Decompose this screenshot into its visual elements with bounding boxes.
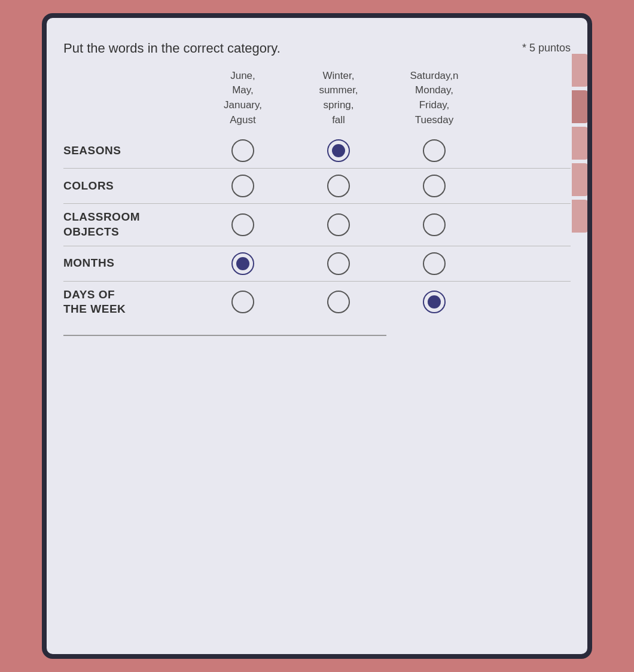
radio-btn-seasons-0[interactable] — [231, 139, 254, 162]
header-row: Put the words in the correct category. *… — [63, 39, 571, 58]
table-section: SEASONS COLORS — [63, 133, 571, 323]
radio-cell-months-2[interactable] — [386, 252, 482, 275]
radio-cell-classroom-1[interactable] — [291, 213, 386, 236]
row-label-colors: COLORS — [63, 179, 195, 194]
row-label-classroom: CLASSROOMOBJECTS — [63, 210, 195, 239]
radio-btn-seasons-2[interactable] — [423, 139, 446, 162]
radio-btn-months-2[interactable] — [423, 252, 446, 275]
row-label-months: MONTHS — [63, 256, 195, 271]
device-frame: Put the words in the correct category. *… — [42, 13, 592, 659]
radio-cell-months-1[interactable] — [291, 252, 386, 275]
tab-divider-1[interactable] — [572, 54, 587, 87]
tab-divider-2[interactable] — [572, 90, 587, 123]
row-label-days: DAYS OFTHE WEEK — [63, 288, 195, 317]
table-row-days: DAYS OFTHE WEEK — [63, 282, 571, 323]
radio-cell-colors-0[interactable] — [195, 175, 291, 197]
radio-cell-classroom-0[interactable] — [195, 213, 291, 236]
radio-btn-seasons-1[interactable] — [327, 139, 350, 162]
tab-divider-5[interactable] — [572, 200, 587, 233]
tab-divider-4[interactable] — [572, 163, 587, 196]
radio-cell-colors-2[interactable] — [386, 175, 482, 197]
table-row-colors: COLORS — [63, 169, 571, 204]
radio-btn-colors-1[interactable] — [327, 175, 350, 197]
radio-btn-days-2[interactable] — [423, 291, 446, 313]
radio-btn-colors-2[interactable] — [423, 175, 446, 197]
table-row-classroom: CLASSROOMOBJECTS — [63, 204, 571, 246]
radio-cell-colors-1[interactable] — [291, 175, 386, 197]
tab-dividers — [572, 54, 587, 233]
radio-cell-days-1[interactable] — [291, 291, 386, 313]
col-header-3: Saturday,n Monday, Friday, Tuesday — [386, 69, 482, 128]
row-label-seasons: SEASONS — [63, 143, 195, 158]
radio-btn-colors-0[interactable] — [231, 175, 254, 197]
points-badge: * 5 puntos — [522, 42, 571, 54]
tab-divider-3[interactable] — [572, 127, 587, 160]
radio-cell-classroom-2[interactable] — [386, 213, 482, 236]
col-header-2: Winter, summer, spring, fall — [291, 69, 386, 128]
column-headers: June, May, January, Agust Winter, summer… — [63, 69, 571, 128]
radio-btn-classroom-2[interactable] — [423, 213, 446, 236]
screen: Put the words in the correct category. *… — [47, 18, 587, 654]
radio-btn-months-1[interactable] — [327, 252, 350, 275]
radio-cell-days-0[interactable] — [195, 291, 291, 313]
table-row-months: MONTHS — [63, 246, 571, 282]
question-text: Put the words in the correct category. — [63, 39, 281, 58]
bottom-divider — [63, 335, 386, 336]
col-header-1: June, May, January, Agust — [195, 69, 291, 128]
radio-btn-classroom-0[interactable] — [231, 213, 254, 236]
radio-btn-days-1[interactable] — [327, 291, 350, 313]
radio-cell-seasons-0[interactable] — [195, 139, 291, 162]
radio-btn-classroom-1[interactable] — [327, 213, 350, 236]
radio-cell-months-0[interactable] — [195, 252, 291, 275]
radio-btn-months-0[interactable] — [231, 252, 254, 275]
radio-btn-days-0[interactable] — [231, 291, 254, 313]
radio-cell-seasons-1[interactable] — [291, 139, 386, 162]
radio-cell-days-2[interactable] — [386, 291, 482, 313]
table-row-seasons: SEASONS — [63, 133, 571, 169]
radio-cell-seasons-2[interactable] — [386, 139, 482, 162]
